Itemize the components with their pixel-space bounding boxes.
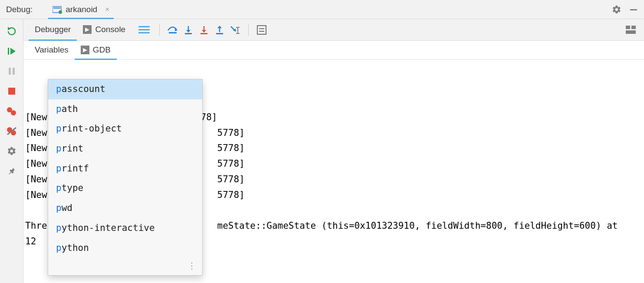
autocomplete-item[interactable]: passcount [48,79,202,99]
debug-label: Debug: [6,5,33,14]
autocomplete-item[interactable]: printf [48,159,202,179]
autocomplete-item[interactable]: pwd [48,198,202,218]
autocomplete-prefix: p [56,203,62,213]
step-out-icon[interactable] [213,23,227,37]
run-config-tab[interactable]: arkanoid × [48,2,114,19]
autocomplete-prefix: p [56,123,62,134]
svg-marker-6 [10,48,16,55]
settings-icon[interactable] [6,146,18,156]
run-config-name: arkanoid [66,5,97,14]
tab-gdb[interactable]: ▶ GDB [75,41,117,60]
view-breakpoints-icon[interactable] [6,106,18,116]
autocomplete-rest: rint-object [62,123,122,134]
pause-icon[interactable] [6,66,18,76]
autocomplete-prefix: p [56,183,62,193]
autocomplete-item[interactable]: print [48,139,202,159]
stop-icon[interactable] [6,86,18,96]
autocomplete-prefix: p [56,243,62,253]
autocomplete-item[interactable]: print-object [48,119,202,139]
close-tab-icon[interactable]: × [105,5,109,14]
autocomplete-rest: rint [62,143,84,154]
minimize-icon[interactable] [629,5,638,14]
tab-variables[interactable]: Variables [29,41,75,60]
gear-icon[interactable] [612,5,621,14]
autocomplete-rest: asscount [62,84,105,94]
svg-rect-8 [13,68,15,75]
svg-marker-21 [202,30,206,33]
svg-rect-19 [185,33,192,34]
autocomplete-rest: ython [62,243,89,253]
force-step-into-icon[interactable] [197,23,211,37]
svg-point-11 [11,110,16,115]
rerun-icon[interactable] [6,26,18,36]
mute-breakpoints-icon[interactable] [6,126,18,136]
tab-console-label: Console [95,25,125,34]
svg-rect-33 [626,30,636,34]
debug-titlebar: Debug: arkanoid × [0,0,644,19]
autocomplete-item[interactable]: python-interactive [48,218,202,238]
svg-rect-22 [200,33,207,34]
svg-rect-1 [53,7,60,9]
debugger-subtabs: Variables ▶ GDB [23,41,644,60]
step-over-icon[interactable] [166,23,180,37]
tab-debugger[interactable]: Debugger [29,19,77,41]
svg-point-2 [59,10,62,14]
autocomplete-footer: ⋮ [48,258,202,275]
autocomplete-item[interactable]: ptype [48,178,202,198]
autocomplete-rest: rintf [62,163,89,174]
svg-marker-24 [217,26,222,28]
layout-settings-icon[interactable] [626,26,636,34]
autocomplete-prefix: p [56,223,62,233]
svg-rect-9 [8,88,15,95]
svg-marker-4 [8,27,11,30]
svg-rect-7 [9,68,11,75]
svg-rect-16 [169,32,177,33]
svg-rect-31 [626,26,630,29]
svg-rect-32 [631,26,636,29]
separator [248,24,249,36]
autocomplete-prefix: p [56,104,62,114]
chevron-right-icon: ▶ [81,46,89,54]
autocomplete-item[interactable]: path [48,99,202,119]
run-to-cursor-icon[interactable] [228,23,242,37]
pin-icon[interactable] [6,166,18,176]
tab-console[interactable]: ▶ Console [77,19,131,41]
autocomplete-rest: wd [62,203,72,213]
separator [159,24,160,36]
autocomplete-prefix: p [56,143,62,154]
debugger-toolbar: Debugger ▶ Console [23,19,644,41]
autocomplete-prefix: p [56,163,62,174]
svg-rect-5 [8,48,9,55]
autocomplete-prefix: p [56,84,62,94]
tab-debugger-label: Debugger [35,25,71,34]
autocomplete-popup[interactable]: passcountpathprint-objectprintprintfptyp… [48,79,203,276]
chevron-right-icon: ▶ [83,25,92,34]
gdb-prompt-line[interactable]: (gdb) p [25,280,642,283]
svg-rect-25 [216,33,223,34]
autocomplete-rest: ath [62,104,78,114]
evaluate-expression-icon[interactable] [255,23,269,37]
svg-marker-18 [186,30,191,33]
tab-gdb-label: GDB [93,45,111,55]
more-icon[interactable]: ⋮ [187,260,197,271]
debug-side-toolbar [0,19,23,283]
tab-variables-label: Variables [35,45,69,55]
threads-icon[interactable] [138,26,150,33]
svg-rect-3 [630,9,637,10]
autocomplete-rest: type [62,183,84,193]
application-icon [53,5,62,14]
autocomplete-item[interactable]: python [48,238,202,258]
resume-icon[interactable] [6,46,18,56]
titlebar-actions [612,5,638,14]
step-into-icon[interactable] [181,23,195,37]
autocomplete-rest: ython-interactive [62,223,155,233]
